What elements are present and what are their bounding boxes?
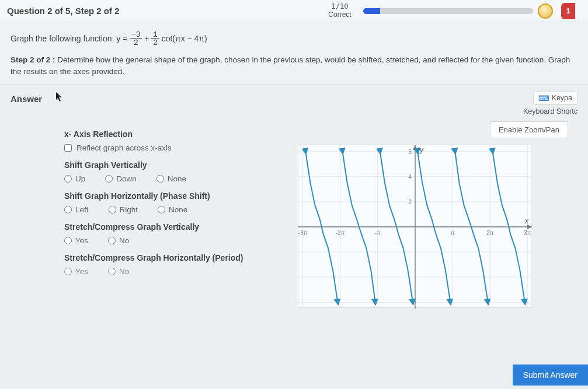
shift-h-left[interactable]: Left (64, 205, 89, 214)
plus-sign: + (144, 34, 149, 43)
svg-text:π: π (451, 230, 455, 236)
keyboard-icon: ⌨ (538, 94, 549, 103)
stretch-h-no[interactable]: No (108, 267, 129, 276)
reflect-label: Reflect graph across x-axis (76, 143, 172, 152)
prompt-area: Graph the following function: y = −3 2 +… (0, 22, 588, 85)
stretch-v-no[interactable]: No (108, 236, 129, 245)
svg-text:-3π: -3π (298, 230, 308, 236)
step-label: Step 2 of 2 : (11, 55, 55, 64)
zoom-pan-button[interactable]: Enable Zoom/Pan (490, 121, 568, 138)
radio-none-h[interactable] (158, 206, 165, 213)
svg-text:-π: -π (375, 230, 381, 236)
radio-left[interactable] (64, 206, 72, 213)
prompt-lead: Graph the following function: y = (11, 34, 127, 43)
main-area: x- Axis Reflection Reflect graph across … (0, 118, 588, 279)
score-numerator: 1/10 (322, 3, 357, 10)
step-body: Determine how the general shape of the g… (11, 55, 570, 76)
cursor-icon (55, 92, 64, 105)
score-box: 1/10 Correct (322, 3, 357, 18)
svg-text:-2π: -2π (336, 230, 345, 236)
score-label: Correct (322, 11, 357, 19)
radio-right[interactable] (109, 206, 116, 213)
svg-text:6: 6 (408, 148, 412, 155)
fraction-2: 1 2 (151, 30, 159, 46)
group-stretch-v-title: Stretch/Compress Graph Vertically (64, 222, 274, 232)
group-shift-h-title: Shift Graph Horizontally (Phase Shift) (64, 191, 274, 201)
shift-v-up[interactable]: Up (64, 174, 85, 183)
svg-text:y: y (419, 146, 424, 154)
radio-sch-no[interactable] (108, 268, 116, 275)
radio-none-v[interactable] (156, 175, 164, 183)
keypad-label: Keypa (552, 94, 572, 102)
controls-panel: x- Axis Reflection Reflect graph across … (64, 121, 274, 279)
prompt-tail: cot(πx − 4π) (162, 34, 207, 43)
step-instruction: Step 2 of 2 : Determine how the general … (11, 54, 577, 78)
radio-scv-yes[interactable] (64, 237, 72, 244)
progress-bar (363, 8, 533, 14)
svg-text:2π: 2π (486, 230, 494, 236)
svg-text:3π: 3π (524, 230, 531, 236)
lives-count: 1 (566, 6, 570, 15)
group-stretch-h-title: Stretch/Compress Graph Horizontally (Per… (64, 253, 274, 262)
shift-v-none[interactable]: None (156, 174, 186, 183)
progress-wrap: 1 (357, 3, 581, 19)
graph-panel: Enable Zoom/Pan yx-3π-2π-ππ2π3π246 (292, 121, 588, 279)
svg-text:4: 4 (408, 173, 412, 180)
svg-marker-14 (527, 225, 532, 229)
group-shift-v-title: Shift Graph Vertically (64, 160, 274, 170)
shift-v-down[interactable]: Down (105, 174, 137, 183)
stretch-v-yes[interactable]: Yes (64, 236, 88, 245)
svg-text:2: 2 (408, 198, 412, 205)
medal-icon (538, 3, 553, 19)
group-reflection-title: x- Axis Reflection (64, 129, 274, 139)
reflect-checkbox[interactable] (64, 144, 72, 152)
radio-up[interactable] (64, 175, 72, 183)
lives-badge: 1 (561, 3, 575, 19)
answer-label: Answer (11, 94, 42, 104)
cot-graph-svg: yx-3π-2π-ππ2π3π246 (298, 145, 532, 309)
function-prompt: Graph the following function: y = −3 2 +… (11, 30, 577, 46)
shift-h-right[interactable]: Right (109, 205, 138, 214)
radio-scv-no[interactable] (108, 237, 116, 244)
radio-sch-yes[interactable] (64, 268, 72, 275)
question-title: Question 2 of 5, Step 2 of 2 (7, 6, 322, 16)
radio-down[interactable] (105, 175, 113, 183)
submit-answer-button[interactable]: Submit Answer (513, 365, 588, 386)
svg-marker-15 (413, 145, 417, 150)
progress-fill (363, 8, 380, 14)
answer-bar: Answer ⌨ Keypa Keyboard Shortc (0, 85, 588, 118)
shift-h-none[interactable]: None (158, 205, 187, 214)
keypad-button[interactable]: ⌨ Keypa (533, 92, 577, 105)
top-bar: Question 2 of 5, Step 2 of 2 1/10 Correc… (0, 0, 588, 22)
fraction-1: −3 2 (130, 30, 142, 46)
svg-text:x: x (524, 217, 529, 225)
keypad-area: ⌨ Keypa Keyboard Shortc (523, 92, 577, 115)
keyboard-shortcut-label: Keyboard Shortc (523, 107, 577, 115)
reflect-checkbox-row[interactable]: Reflect graph across x-axis (64, 143, 274, 152)
stretch-h-yes[interactable]: Yes (64, 267, 88, 276)
plot-box[interactable]: yx-3π-2π-ππ2π3π246 (298, 145, 531, 308)
